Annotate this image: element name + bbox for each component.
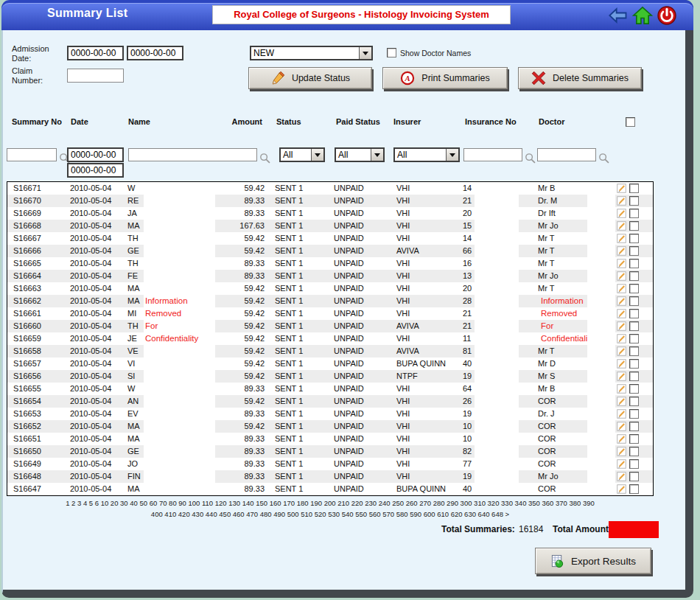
cell-doctor: Confidentiality — [519, 332, 587, 345]
edit-pencil-icon[interactable] — [617, 271, 626, 281]
row-checkbox[interactable] — [629, 384, 639, 394]
search-icon[interactable] — [525, 153, 536, 164]
edit-pencil-icon[interactable] — [617, 397, 626, 406]
row-checkbox[interactable] — [629, 447, 639, 456]
row-checkbox[interactable] — [629, 221, 639, 231]
cell-insurance-redacted — [475, 408, 519, 420]
row-checkbox[interactable] — [629, 184, 639, 193]
redaction-note — [144, 371, 145, 380]
edit-pencil-icon[interactable] — [617, 309, 626, 318]
cell-edit — [615, 307, 627, 320]
filter-name-input[interactable] — [128, 148, 257, 161]
home-icon[interactable] — [632, 5, 653, 26]
row-checkbox[interactable] — [629, 346, 639, 356]
power-icon[interactable] — [657, 5, 677, 26]
edit-pencil-icon[interactable] — [617, 259, 626, 268]
status-update-select[interactable]: NEW — [250, 46, 373, 60]
filter-doctor-input[interactable] — [537, 148, 596, 161]
row-checkbox[interactable] — [629, 371, 639, 381]
row-checkbox[interactable] — [629, 309, 639, 318]
chevron-down-icon[interactable] — [359, 47, 371, 59]
cell-insurer: VHI — [392, 182, 462, 195]
update-status-button[interactable]: Update Status — [248, 67, 372, 89]
filter-insurer-select[interactable]: All — [393, 147, 460, 162]
edit-pencil-icon[interactable] — [617, 484, 626, 494]
edit-pencil-icon[interactable] — [617, 371, 626, 381]
cell-checkbox — [627, 345, 653, 357]
edit-pencil-icon[interactable] — [617, 284, 626, 293]
cell-paid-status: UNPAID — [329, 357, 392, 370]
show-doctor-names-checkbox[interactable] — [387, 48, 396, 57]
row-checkbox[interactable] — [629, 246, 639, 256]
row-checkbox[interactable] — [629, 459, 639, 469]
filter-status-select[interactable]: All — [279, 147, 325, 162]
row-checkbox[interactable] — [629, 409, 639, 419]
row-checkbox[interactable] — [629, 284, 639, 293]
row-checkbox[interactable] — [629, 484, 639, 494]
row-checkbox[interactable] — [629, 397, 639, 406]
admission-date-from-input[interactable] — [67, 46, 124, 60]
row-checkbox[interactable] — [629, 434, 639, 444]
edit-pencil-icon[interactable] — [617, 459, 626, 469]
redaction-note — [144, 259, 145, 268]
search-icon[interactable] — [598, 153, 609, 164]
edit-pencil-icon[interactable] — [617, 422, 626, 431]
filter-summary-no-input[interactable] — [7, 148, 57, 161]
chevron-down-icon[interactable] — [311, 149, 323, 161]
row-checkbox[interactable] — [629, 321, 639, 331]
cell-name-redacted: Removed — [144, 307, 215, 320]
filter-paid-status-select[interactable]: All — [335, 147, 385, 162]
edit-pencil-icon[interactable] — [617, 246, 626, 256]
edit-pencil-icon[interactable] — [617, 384, 626, 394]
cell-amount: 89.33 — [215, 257, 265, 270]
delete-summaries-button[interactable]: Delete Summaries — [518, 67, 642, 89]
cell-insurance-no: 10 — [462, 420, 475, 433]
filter-insurance-no-input[interactable] — [463, 148, 522, 161]
row-checkbox[interactable] — [629, 422, 639, 431]
filter-paid-status-value: All — [336, 150, 371, 160]
print-summaries-button[interactable]: A Print Summaries — [382, 67, 508, 89]
row-checkbox[interactable] — [629, 359, 639, 369]
select-all-checkbox[interactable] — [626, 117, 635, 127]
filter-date-to-input[interactable] — [67, 163, 124, 178]
cell-summary-no: S16667 — [7, 232, 70, 245]
edit-pencil-icon[interactable] — [617, 409, 626, 419]
filter-date-from-input[interactable] — [67, 147, 124, 162]
edit-pencil-icon[interactable] — [617, 296, 626, 306]
cell-doctor-redacted — [587, 383, 615, 395]
admission-date-to-input[interactable] — [127, 46, 183, 60]
edit-pencil-icon[interactable] — [617, 196, 626, 206]
back-arrow-icon[interactable] — [608, 5, 629, 26]
edit-pencil-icon[interactable] — [617, 234, 626, 243]
cell-insurance-no: 10 — [462, 433, 475, 445]
row-checkbox[interactable] — [629, 259, 639, 268]
row-checkbox[interactable] — [629, 334, 639, 343]
cell-checkbox — [627, 420, 653, 433]
pagination-line-1[interactable]: 1 2 3 4 5 6 10 20 30 40 50 60 70 80 90 1… — [3, 499, 657, 507]
pagination-line-2[interactable]: 400 410 420 430 440 450 460 470 480 490 … — [3, 510, 657, 518]
row-checkbox[interactable] — [629, 271, 639, 281]
row-checkbox[interactable] — [629, 296, 639, 306]
edit-pencil-icon[interactable] — [617, 221, 626, 231]
export-results-button[interactable]: Export Results — [535, 548, 651, 574]
row-checkbox[interactable] — [629, 472, 639, 481]
row-checkbox[interactable] — [629, 209, 639, 218]
edit-pencil-icon[interactable] — [617, 346, 626, 356]
edit-pencil-icon[interactable] — [617, 334, 626, 343]
row-checkbox[interactable] — [629, 234, 639, 243]
edit-pencil-icon[interactable] — [617, 434, 626, 444]
edit-pencil-icon[interactable] — [617, 359, 626, 369]
edit-pencil-icon[interactable] — [617, 321, 626, 331]
claim-number-input[interactable] — [67, 69, 124, 83]
edit-pencil-icon[interactable] — [617, 209, 626, 218]
cell-checkbox — [627, 232, 653, 245]
chevron-down-icon[interactable] — [371, 149, 383, 161]
cell-insurance-redacted — [475, 345, 519, 357]
chevron-down-icon[interactable] — [446, 149, 458, 161]
edit-pencil-icon[interactable] — [617, 447, 626, 456]
search-icon[interactable] — [259, 153, 270, 164]
col-header-paid-status: Paid Status — [336, 117, 380, 126]
row-checkbox[interactable] — [629, 196, 639, 206]
edit-pencil-icon[interactable] — [617, 472, 626, 481]
edit-pencil-icon[interactable] — [617, 184, 626, 193]
